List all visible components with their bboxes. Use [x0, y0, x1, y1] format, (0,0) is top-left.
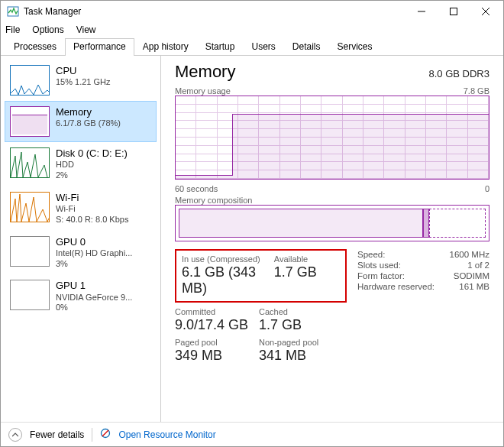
wifi-thumb-icon	[10, 192, 50, 222]
sidebar: CPU 15% 1.21 GHz Memory 6.1/7.8 GB (78%)…	[1, 56, 161, 422]
committed-value: 9.0/17.4 GB	[175, 317, 259, 333]
paged-label: Paged pool	[175, 338, 259, 347]
disk-thumb-icon	[10, 147, 50, 178]
resmon-icon	[100, 428, 111, 441]
available-label: Available	[274, 254, 340, 264]
sidebar-item-wifi[interactable]: Wi-Fi Wi-Fi S: 40.0 R: 8.0 Kbps	[5, 186, 157, 231]
hw-label: Hardware reserved:	[357, 282, 435, 291]
menu-view[interactable]: View	[76, 24, 96, 35]
sidebar-item-sub: 6.1/7.8 GB (78%)	[56, 118, 121, 129]
close-button[interactable]	[470, 2, 502, 21]
cpu-thumb-icon	[10, 65, 50, 96]
sidebar-item-label: CPU	[56, 65, 111, 77]
sidebar-item-memory[interactable]: Memory 6.1/7.8 GB (78%)	[5, 101, 157, 142]
content-area: CPU 15% 1.21 GHz Memory 6.1/7.8 GB (78%)…	[1, 56, 503, 422]
sidebar-item-sub2: 2%	[56, 170, 128, 181]
menu-file[interactable]: File	[5, 24, 20, 35]
in-use-label: In use (Compressed)	[182, 254, 274, 264]
paged-value: 349 MB	[175, 348, 259, 364]
sidebar-item-sub: Intel(R) HD Graphi...	[56, 248, 132, 259]
sidebar-item-gpu0[interactable]: GPU 0 Intel(R) HD Graphi... 3%	[5, 231, 157, 275]
composition-label: Memory composition	[175, 196, 252, 205]
usage-axis-right: 0	[485, 184, 489, 193]
sidebar-item-sub2: S: 40.0 R: 8.0 Kbps	[56, 215, 128, 225]
footer: Fewer details Open Resource Monitor	[1, 422, 503, 446]
sidebar-item-label: Disk 0 (C: D: E:)	[56, 147, 128, 160]
sidebar-item-cpu[interactable]: CPU 15% 1.21 GHz	[5, 60, 157, 101]
tab-bar: Processes Performance App history Startu…	[1, 37, 503, 56]
sidebar-item-sub: NVIDIA GeForce 9...	[56, 293, 132, 303]
form-value: SODIMM	[454, 271, 489, 280]
sidebar-item-gpu1[interactable]: GPU 1 NVIDIA GeForce 9... 0%	[5, 274, 157, 319]
sidebar-item-disk[interactable]: Disk 0 (C: D: E:) HDD 2%	[5, 142, 157, 186]
slots-value: 1 of 2	[467, 261, 489, 270]
sidebar-item-sub2: 0%	[56, 303, 132, 313]
menu-options[interactable]: Options	[32, 24, 63, 35]
open-resource-monitor-link[interactable]: Open Resource Monitor	[118, 429, 215, 440]
cached-value: 1.7 GB	[259, 317, 343, 333]
capacity-label: 8.0 GB DDR3	[429, 68, 489, 79]
gpu1-thumb-icon	[10, 280, 50, 310]
speed-label: Speed:	[357, 250, 385, 259]
in-use-value: 6.1 GB (343 MB)	[182, 264, 274, 296]
app-icon	[7, 5, 19, 18]
tab-details[interactable]: Details	[284, 38, 329, 56]
divider	[92, 428, 92, 442]
sidebar-item-label: GPU 1	[56, 280, 132, 292]
fewer-details-button[interactable]: Fewer details	[30, 429, 84, 440]
hw-value: 161 MB	[459, 282, 489, 291]
main-panel: Memory 8.0 GB DDR3 Memory usage 7.8 GB 6…	[161, 56, 503, 422]
sidebar-item-sub: Wi-Fi	[56, 204, 128, 215]
chevron-up-icon[interactable]	[8, 428, 22, 442]
cached-label: Cached	[259, 307, 343, 316]
highlighted-stats-box: In use (Compressed) Available 6.1 GB (34…	[175, 249, 347, 303]
tab-users[interactable]: Users	[243, 38, 283, 56]
available-value: 1.7 GB	[274, 264, 340, 296]
sidebar-item-label: GPU 0	[56, 236, 132, 248]
minimize-button[interactable]	[405, 2, 438, 21]
menubar: File Options View	[1, 22, 503, 37]
sidebar-item-sub: HDD	[56, 160, 128, 170]
usage-axis-left: 60 seconds	[175, 184, 218, 193]
svg-line-6	[102, 430, 108, 436]
sidebar-item-sub: 15% 1.21 GHz	[56, 77, 111, 88]
nonpaged-label: Non-paged pool	[259, 338, 343, 347]
memory-thumb-icon	[10, 106, 50, 137]
memory-usage-chart	[175, 96, 489, 180]
window-title: Task Manager	[24, 6, 81, 17]
maximize-button[interactable]	[438, 2, 470, 21]
tab-app-history[interactable]: App history	[134, 38, 197, 56]
usage-chart-max: 7.8 GB	[464, 86, 489, 96]
sidebar-item-label: Memory	[56, 106, 121, 118]
gpu0-thumb-icon	[10, 236, 50, 267]
usage-chart-label: Memory usage	[175, 86, 231, 96]
sidebar-item-sub2: 3%	[56, 259, 132, 270]
right-stats: Speed:1600 MHz Slots used:1 of 2 Form fa…	[357, 249, 489, 303]
committed-label: Committed	[175, 307, 259, 316]
page-title: Memory	[175, 62, 235, 82]
svg-rect-2	[451, 8, 457, 15]
tab-performance[interactable]: Performance	[65, 38, 134, 56]
tab-startup[interactable]: Startup	[197, 38, 244, 56]
form-label: Form factor:	[357, 271, 405, 280]
memory-composition-chart	[175, 205, 489, 241]
slots-label: Slots used:	[357, 261, 401, 270]
titlebar: Task Manager	[1, 1, 503, 22]
sidebar-item-label: Wi-Fi	[56, 192, 128, 204]
tab-services[interactable]: Services	[329, 38, 381, 56]
tab-processes[interactable]: Processes	[5, 38, 65, 56]
speed-value: 1600 MHz	[450, 250, 489, 259]
nonpaged-value: 341 MB	[259, 348, 343, 364]
